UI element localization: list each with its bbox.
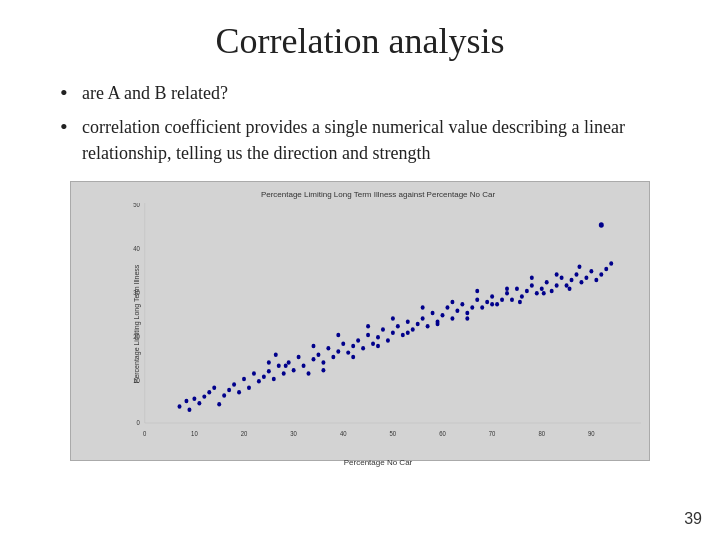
svg-point-42: [297, 354, 301, 358]
svg-point-40: [287, 360, 291, 364]
svg-point-128: [555, 272, 559, 276]
svg-point-94: [555, 283, 559, 287]
svg-point-46: [316, 352, 320, 356]
svg-point-68: [426, 324, 430, 328]
svg-text:40: 40: [133, 245, 140, 252]
svg-text:0: 0: [143, 429, 147, 436]
chart-inner: Percentage Limiting Long Term Illness Pe…: [115, 203, 641, 445]
bullet-text-2: correlation coefficient provides a singl…: [82, 114, 680, 166]
svg-point-83: [500, 297, 504, 301]
svg-point-63: [401, 332, 405, 336]
svg-point-130: [577, 264, 581, 268]
svg-point-54: [356, 338, 360, 342]
svg-point-115: [376, 343, 380, 347]
svg-point-71: [441, 313, 445, 317]
svg-point-39: [282, 371, 286, 375]
svg-point-93: [550, 288, 554, 292]
svg-point-66: [416, 321, 420, 325]
svg-text:50: 50: [133, 203, 140, 208]
svg-text:70: 70: [489, 429, 496, 436]
svg-point-79: [480, 305, 484, 309]
svg-point-92: [545, 280, 549, 284]
svg-point-31: [242, 376, 246, 380]
svg-point-56: [366, 332, 370, 336]
svg-point-91: [540, 286, 544, 290]
svg-point-106: [599, 222, 604, 228]
svg-text:80: 80: [538, 429, 545, 436]
svg-point-23: [202, 394, 206, 398]
svg-text:40: 40: [340, 429, 347, 436]
bullet-item-2: • correlation coefficient provides a sin…: [60, 114, 680, 166]
svg-point-43: [302, 363, 306, 367]
svg-point-20: [192, 396, 196, 400]
svg-point-86: [515, 286, 519, 290]
svg-text:90: 90: [588, 429, 595, 436]
svg-point-51: [341, 341, 345, 345]
svg-point-45: [312, 357, 316, 361]
svg-point-38: [277, 363, 281, 367]
chart-wrapper: Percentage Limiting Long Term Illness ag…: [70, 181, 650, 461]
svg-point-57: [371, 341, 375, 345]
bullet-dot-1: •: [60, 80, 82, 106]
svg-point-110: [312, 343, 316, 347]
svg-point-114: [366, 324, 370, 328]
svg-point-97: [570, 277, 574, 281]
svg-point-118: [421, 305, 425, 309]
svg-point-62: [396, 324, 400, 328]
svg-point-77: [470, 305, 474, 309]
y-axis-label: Percentage Limiting Long Term Illness: [133, 264, 140, 383]
svg-point-18: [178, 404, 182, 408]
svg-point-19: [184, 398, 188, 402]
svg-point-49: [331, 354, 335, 358]
svg-point-90: [535, 291, 539, 295]
svg-point-89: [530, 283, 534, 287]
svg-point-75: [460, 302, 464, 306]
svg-point-55: [361, 346, 365, 350]
svg-point-36: [267, 369, 271, 373]
svg-point-41: [292, 368, 296, 372]
svg-point-21: [187, 407, 191, 411]
svg-point-95: [560, 275, 564, 279]
svg-point-30: [237, 390, 241, 394]
svg-point-60: [386, 338, 390, 342]
svg-point-58: [376, 335, 380, 339]
svg-point-96: [565, 283, 569, 287]
svg-point-69: [431, 310, 435, 314]
svg-point-67: [421, 316, 425, 320]
svg-point-88: [525, 288, 529, 292]
svg-point-48: [326, 346, 330, 350]
slide-container: Correlation analysis • are A and B relat…: [0, 0, 720, 540]
svg-point-64: [406, 319, 410, 323]
svg-point-59: [381, 327, 385, 331]
svg-point-32: [247, 385, 251, 389]
svg-point-129: [568, 286, 572, 290]
svg-point-61: [391, 330, 395, 334]
svg-point-123: [490, 302, 494, 306]
svg-point-80: [485, 299, 489, 303]
svg-text:60: 60: [439, 429, 446, 436]
svg-point-113: [351, 354, 355, 358]
svg-point-84: [505, 291, 509, 295]
svg-point-81: [490, 294, 494, 298]
svg-point-85: [510, 297, 514, 301]
scatter-plot: 50 40 30 20 10 0 0 10 20 30 40 50 60 70 …: [115, 203, 641, 445]
svg-point-105: [609, 261, 613, 265]
svg-point-44: [307, 371, 311, 375]
svg-point-78: [475, 297, 479, 301]
svg-point-119: [436, 321, 440, 325]
svg-text:10: 10: [191, 429, 198, 436]
svg-point-34: [257, 379, 261, 383]
svg-point-33: [252, 371, 256, 375]
chart-title: Percentage Limiting Long Term Illness ag…: [115, 190, 641, 199]
svg-point-65: [411, 327, 415, 331]
page-number: 39: [684, 510, 702, 528]
svg-point-101: [589, 269, 593, 273]
svg-point-122: [475, 288, 479, 292]
svg-point-29: [232, 382, 236, 386]
bullet-item-1: • are A and B related?: [60, 80, 680, 106]
chart-area: Percentage Limiting Long Term Illness Pe…: [115, 203, 641, 445]
svg-text:30: 30: [290, 429, 297, 436]
svg-point-104: [604, 266, 608, 270]
svg-point-35: [262, 374, 266, 378]
svg-point-116: [391, 316, 395, 320]
